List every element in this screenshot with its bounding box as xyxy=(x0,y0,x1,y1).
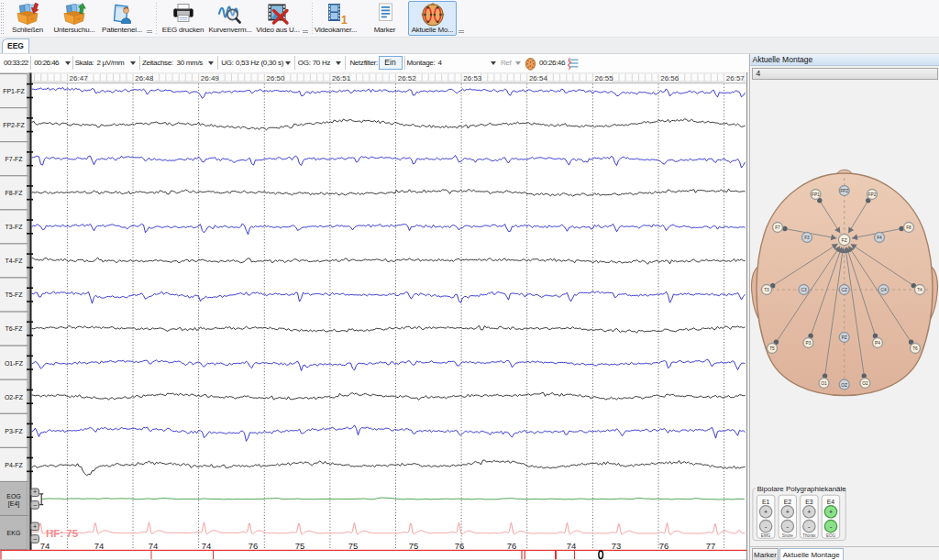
svg-text:C4: C4 xyxy=(880,288,886,292)
svg-text:T4-FZ: T4-FZ xyxy=(5,258,23,264)
svg-text:26:54: 26:54 xyxy=(529,74,548,82)
svg-text:76: 76 xyxy=(507,541,517,551)
svg-text:FPZ: FPZ xyxy=(840,189,848,193)
svg-text:26:49: 26:49 xyxy=(201,74,220,82)
svg-text:FP1: FP1 xyxy=(812,192,820,197)
svg-text:-: - xyxy=(765,522,768,531)
svg-text:T4: T4 xyxy=(917,288,922,292)
svg-text:T3: T3 xyxy=(764,288,769,292)
svg-text:–: – xyxy=(33,535,37,542)
svg-text:74: 74 xyxy=(40,541,50,551)
svg-text:26:56: 26:56 xyxy=(660,74,679,82)
svg-text:T5-FZ: T5-FZ xyxy=(5,291,23,298)
svg-text:75: 75 xyxy=(295,541,305,551)
svg-text:T6-FZ: T6-FZ xyxy=(5,325,23,332)
svg-text:F3: F3 xyxy=(804,236,810,240)
svg-text:73: 73 xyxy=(612,541,622,551)
svg-text:26:53: 26:53 xyxy=(463,74,482,82)
svg-text:O1-FZ: O1-FZ xyxy=(5,360,24,367)
svg-text:-: - xyxy=(786,522,789,531)
svg-text:76: 76 xyxy=(249,541,259,551)
svg-text:E1: E1 xyxy=(762,499,770,505)
svg-text:FP2-FZ: FP2-FZ xyxy=(3,122,25,128)
svg-text:T5: T5 xyxy=(769,346,775,351)
svg-text:F7-FZ: F7-FZ xyxy=(5,156,23,162)
svg-text:26:57: 26:57 xyxy=(726,74,746,82)
svg-text:76: 76 xyxy=(659,541,669,551)
svg-text:P3-FZ: P3-FZ xyxy=(5,428,23,434)
svg-text:FP1-FZ: FP1-FZ xyxy=(3,88,25,94)
svg-text:-: - xyxy=(808,522,811,531)
svg-text:76: 76 xyxy=(455,541,465,551)
svg-text:FP2: FP2 xyxy=(868,192,877,197)
svg-text:E4: E4 xyxy=(827,499,835,505)
svg-text:Snore: Snore xyxy=(782,533,794,538)
svg-text:F7: F7 xyxy=(775,225,780,230)
svg-text:+: + xyxy=(33,523,37,530)
svg-text:E2: E2 xyxy=(784,499,792,505)
svg-text:75: 75 xyxy=(348,541,359,551)
svg-text:P3: P3 xyxy=(806,341,812,346)
svg-text:26:55: 26:55 xyxy=(595,74,614,82)
svg-text:F8: F8 xyxy=(906,225,911,230)
svg-text:EOG: EOG xyxy=(826,533,836,538)
svg-text:26:48: 26:48 xyxy=(135,74,154,82)
svg-text:T6: T6 xyxy=(912,346,918,351)
svg-text:F8-FZ: F8-FZ xyxy=(5,190,23,196)
svg-text:O1: O1 xyxy=(821,381,827,386)
svg-text:P4: P4 xyxy=(875,341,880,346)
svg-text:–: – xyxy=(33,501,37,508)
svg-text:+: + xyxy=(786,509,790,515)
svg-text:HF: 75: HF: 75 xyxy=(46,528,79,539)
svg-text:74: 74 xyxy=(94,541,105,551)
svg-text:Thorax: Thorax xyxy=(802,533,816,538)
svg-text:Bipolare Polygraphiekanäle: Bipolare Polygraphiekanäle xyxy=(757,485,846,493)
svg-text:T3-FZ: T3-FZ xyxy=(5,224,23,230)
svg-text:+: + xyxy=(807,509,811,515)
svg-text:74: 74 xyxy=(149,541,159,551)
svg-text:EKG: EKG xyxy=(7,530,21,536)
svg-text:74: 74 xyxy=(202,541,212,551)
svg-text:74: 74 xyxy=(567,541,577,551)
svg-text:EOG: EOG xyxy=(6,493,21,500)
svg-text:77: 77 xyxy=(706,541,716,551)
svg-text:F4: F4 xyxy=(877,236,882,240)
svg-text:1: 1 xyxy=(341,14,348,26)
svg-text:26:50: 26:50 xyxy=(267,74,286,82)
svg-text:O2-FZ: O2-FZ xyxy=(5,394,24,401)
svg-text:-: - xyxy=(830,522,833,531)
svg-text:P4-FZ: P4-FZ xyxy=(5,462,23,468)
svg-text:+: + xyxy=(829,509,833,515)
svg-text:CZ: CZ xyxy=(841,288,846,292)
svg-text:26:52: 26:52 xyxy=(398,74,417,82)
svg-text:EMG: EMG xyxy=(761,533,771,538)
svg-text:O2: O2 xyxy=(862,381,868,386)
svg-text:[E4]: [E4] xyxy=(8,500,20,508)
svg-text:E3: E3 xyxy=(805,499,813,505)
svg-text:FZ: FZ xyxy=(842,238,847,243)
svg-text:26:47: 26:47 xyxy=(70,74,89,82)
svg-text:PZ: PZ xyxy=(842,335,847,340)
svg-text:75: 75 xyxy=(409,541,419,551)
svg-text:OZ: OZ xyxy=(841,383,847,388)
svg-text:+: + xyxy=(33,489,37,495)
svg-text:+: + xyxy=(764,509,768,515)
svg-text:26:51: 26:51 xyxy=(332,74,351,82)
svg-text:C3: C3 xyxy=(801,288,806,292)
